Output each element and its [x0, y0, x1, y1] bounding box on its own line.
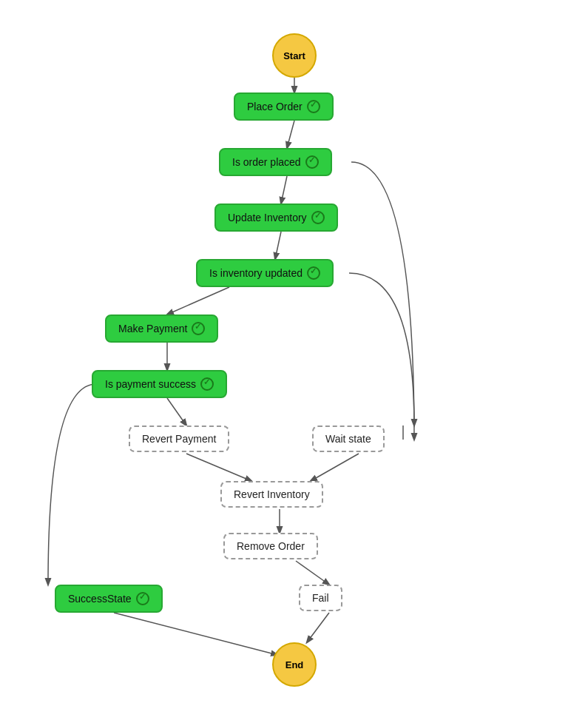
is-inventory-updated-node[interactable]: Is inventory updated [196, 259, 334, 287]
is-payment-success-check-icon [200, 377, 214, 391]
revert-payment-label: Revert Payment [142, 433, 216, 445]
svg-line-2 [281, 176, 287, 204]
remove-order-label: Remove Order [237, 540, 305, 552]
is-inventory-updated-check-icon [307, 266, 320, 280]
svg-line-8 [186, 454, 251, 481]
svg-line-9 [311, 454, 359, 481]
wait-state-node[interactable]: Wait state [312, 426, 385, 452]
make-payment-check-icon [192, 322, 205, 335]
svg-line-7 [167, 398, 186, 426]
update-inventory-node[interactable]: Update Inventory [214, 204, 338, 232]
svg-line-11 [296, 561, 329, 585]
revert-inventory-label: Revert Inventory [234, 488, 310, 500]
start-node[interactable]: Start [272, 33, 317, 78]
fail-node[interactable]: Fail [299, 585, 342, 611]
place-order-label: Place Order [247, 101, 303, 112]
end-node[interactable]: End [272, 642, 317, 687]
svg-line-1 [287, 121, 294, 148]
svg-line-3 [275, 232, 281, 259]
revert-payment-node[interactable]: Revert Payment [129, 426, 229, 452]
end-label: End [285, 659, 304, 670]
svg-line-4 [167, 287, 229, 314]
place-order-check-icon [307, 100, 320, 113]
is-payment-success-label: Is payment success [105, 378, 196, 390]
start-label: Start [283, 50, 305, 61]
success-state-node[interactable]: SuccessState [55, 585, 163, 613]
revert-inventory-node[interactable]: Revert Inventory [220, 481, 323, 508]
fail-label: Fail [312, 592, 329, 604]
is-payment-success-node[interactable]: Is payment success [92, 370, 227, 398]
is-order-placed-label: Is order placed [232, 156, 301, 168]
make-payment-label: Make Payment [118, 323, 187, 334]
is-inventory-updated-label: Is inventory updated [209, 267, 303, 279]
is-order-placed-node[interactable]: Is order placed [219, 148, 332, 176]
place-order-node[interactable]: Place Order [234, 92, 334, 121]
success-state-check-icon [136, 592, 149, 605]
update-inventory-check-icon [311, 211, 325, 224]
make-payment-node[interactable]: Make Payment [105, 314, 218, 343]
svg-line-12 [114, 613, 277, 655]
wait-state-label: Wait state [325, 433, 371, 445]
success-state-label: SuccessState [68, 593, 132, 605]
diagram-container: Start Place Order Is order placed Update… [0, 0, 588, 703]
remove-order-node[interactable]: Remove Order [223, 533, 318, 559]
svg-line-13 [307, 613, 329, 642]
update-inventory-label: Update Inventory [228, 212, 307, 223]
is-order-placed-check-icon [305, 155, 319, 169]
